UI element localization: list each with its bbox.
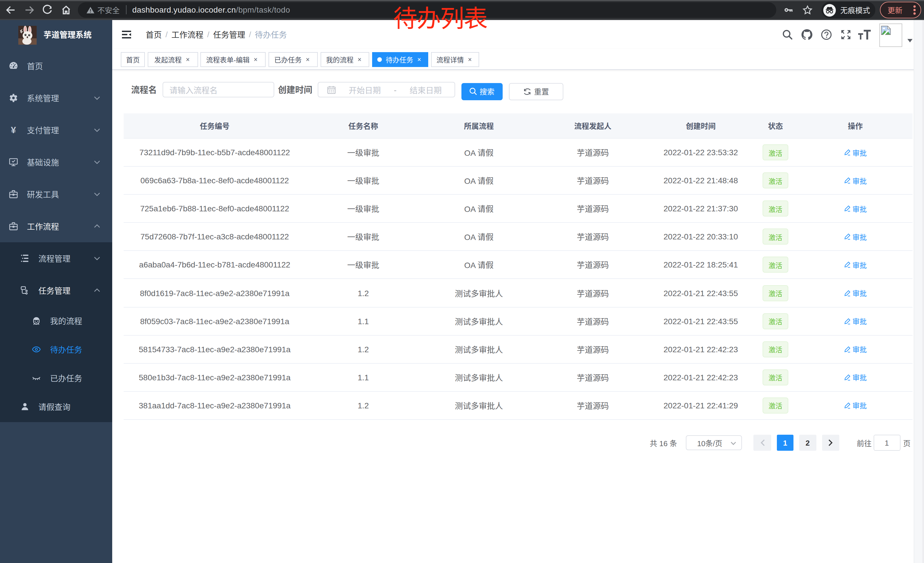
svg-text:¥: ¥ — [11, 126, 16, 134]
